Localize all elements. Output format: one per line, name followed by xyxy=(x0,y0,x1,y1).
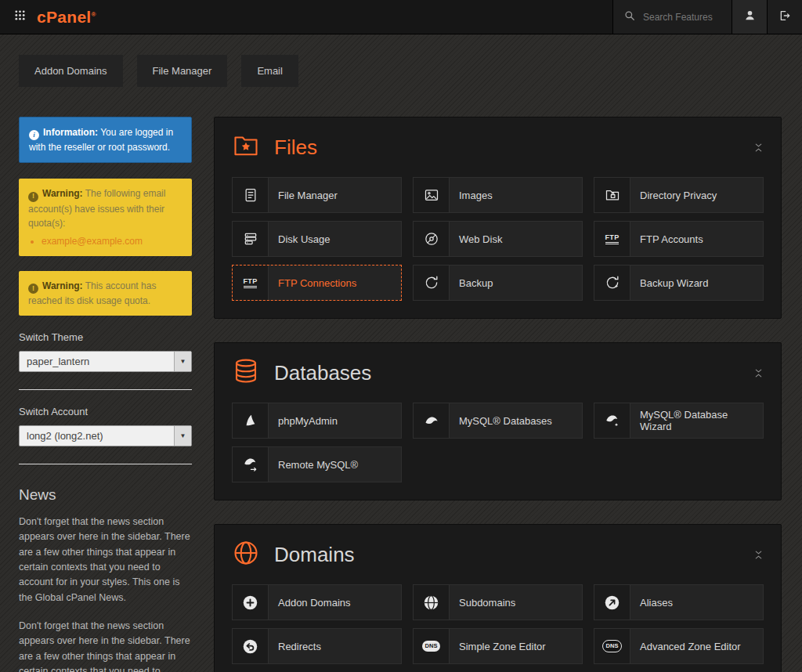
switch-account-label: Switch Account xyxy=(19,406,192,417)
collapse-icon[interactable] xyxy=(753,368,764,378)
quick-link-file-manager[interactable]: File Manager xyxy=(137,55,228,87)
section-files: Files File Manager Images xyxy=(214,117,782,319)
section-title: Databases xyxy=(274,361,371,385)
simple-zone-editor-icon: DNS xyxy=(414,629,450,663)
chevron-down-icon: ▼ xyxy=(174,352,191,371)
warning-disk-label: Warning: xyxy=(42,280,83,291)
advanced-zone-editor-icon: DNS xyxy=(594,629,630,663)
redirects-icon xyxy=(233,629,269,663)
quick-link-addon-domains[interactable]: Addon Domains xyxy=(19,55,123,87)
app-addon-domains[interactable]: Addon Domains xyxy=(232,584,402,620)
app-phpmyadmin[interactable]: phpMyAdmin xyxy=(232,403,402,439)
chevron-down-icon: ▼ xyxy=(174,426,191,446)
page-content: iInformation: You are logged in with the… xyxy=(0,87,802,672)
section-title: Files xyxy=(274,135,317,160)
info-notice-label: Information: xyxy=(43,127,98,138)
images-icon xyxy=(414,178,450,212)
file-manager-icon xyxy=(233,178,269,212)
app-remote-mysql[interactable]: Remote MySQL® xyxy=(232,446,402,482)
ftp-connections-icon: FTP xyxy=(233,266,269,300)
remote-mysql-icon xyxy=(233,447,269,482)
list-item: example@example.com xyxy=(42,234,182,248)
warning-icon: ! xyxy=(28,192,38,202)
switch-theme-label: Switch Theme xyxy=(19,331,192,343)
quick-link-email[interactable]: Email xyxy=(241,55,298,87)
app-file-manager[interactable]: File Manager xyxy=(232,177,402,213)
search-box xyxy=(612,0,732,34)
phpmyadmin-icon xyxy=(233,403,269,438)
warning-quota-label: Warning: xyxy=(42,188,83,199)
web-disk-icon xyxy=(414,222,450,256)
top-bar: cPanel® xyxy=(0,0,802,34)
top-bar-right xyxy=(612,0,802,34)
globe-icon xyxy=(232,539,260,570)
app-backup-wizard[interactable]: Backup Wizard xyxy=(594,265,764,301)
collapse-icon[interactable] xyxy=(753,550,764,560)
cpanel-logo-trademark: ® xyxy=(92,11,96,18)
addon-domains-icon xyxy=(233,585,269,620)
database-icon xyxy=(232,357,260,388)
section-files-header: Files xyxy=(215,117,781,174)
switch-theme-group: Switch Theme paper_lantern ▼ xyxy=(19,331,192,390)
section-domains-header: Domains xyxy=(215,525,781,581)
app-ftp-accounts[interactable]: FTP FTP Accounts xyxy=(594,221,764,257)
app-redirects[interactable]: Redirects xyxy=(232,628,402,664)
app-backup[interactable]: Backup xyxy=(413,265,583,301)
disk-usage-icon xyxy=(233,222,269,256)
aliases-icon xyxy=(594,585,630,620)
section-domains-grid: Addon Domains Subdomains Aliases xyxy=(215,581,781,664)
user-icon xyxy=(744,9,756,24)
backup-wizard-icon xyxy=(594,266,630,300)
logout-button[interactable] xyxy=(767,0,802,34)
top-bar-left: cPanel® xyxy=(0,0,96,34)
warning-icon: ! xyxy=(28,284,38,294)
logout-icon xyxy=(779,9,791,25)
app-mysql-databases[interactable]: MySQL® Databases xyxy=(413,403,583,439)
app-subdomains[interactable]: Subdomains xyxy=(413,584,583,620)
app-web-disk[interactable]: Web Disk xyxy=(413,221,583,257)
folder-star-icon xyxy=(232,132,260,163)
theme-select-value: paper_lantern xyxy=(20,356,89,367)
news-title: News xyxy=(19,486,192,504)
warning-disk-notice: !Warning: This account has reached its d… xyxy=(19,271,192,316)
section-databases-header: Databases xyxy=(215,343,781,399)
section-title: Domains xyxy=(274,543,355,567)
sidebar: iInformation: You are logged in with the… xyxy=(19,117,192,672)
section-files-grid: File Manager Images Directory Privacy xyxy=(215,174,781,301)
subdomains-icon xyxy=(414,585,450,620)
info-icon: i xyxy=(29,130,39,140)
warning-quota-notice: !Warning: The following email account(s)… xyxy=(19,179,192,255)
app-grid-icon[interactable] xyxy=(14,9,26,24)
collapse-icon[interactable] xyxy=(753,143,764,153)
account-select[interactable]: long2 (long2.net) ▼ xyxy=(19,425,192,446)
quota-email-link[interactable]: example@example.com xyxy=(42,236,143,247)
app-images[interactable]: Images xyxy=(413,177,583,213)
news-paragraph: Don't forget that the news section appea… xyxy=(19,619,192,672)
warning-quota-list: example@example.com xyxy=(42,234,182,248)
directory-privacy-icon xyxy=(594,178,630,212)
theme-select[interactable]: paper_lantern ▼ xyxy=(19,351,192,372)
app-disk-usage[interactable]: Disk Usage xyxy=(232,221,402,257)
section-domains: Domains Addon Domains Subdomains xyxy=(214,524,782,672)
mysql-database-wizard-icon xyxy=(594,403,630,438)
app-ftp-connections[interactable]: FTP FTP Connections xyxy=(232,265,402,301)
search-icon xyxy=(624,10,635,24)
news-paragraph: Don't forget that the news section appea… xyxy=(19,515,192,605)
cpanel-logo[interactable]: cPanel® xyxy=(37,8,96,27)
section-databases: Databases phpMyAdmin MySQL® Databases xyxy=(214,342,782,500)
app-simple-zone-editor[interactable]: DNS Simple Zone Editor xyxy=(413,628,583,664)
user-button[interactable] xyxy=(732,0,767,34)
app-advanced-zone-editor[interactable]: DNS Advanced Zone Editor xyxy=(594,628,764,664)
mysql-databases-icon xyxy=(414,403,450,438)
backup-icon xyxy=(414,266,450,300)
info-notice: iInformation: You are logged in with the… xyxy=(19,117,192,163)
main-content: Files File Manager Images xyxy=(214,117,782,672)
switch-account-group: Switch Account long2 (long2.net) ▼ xyxy=(19,406,192,464)
quick-links: Addon Domains File Manager Email xyxy=(0,34,802,87)
app-mysql-database-wizard[interactable]: MySQL® Database Wizard xyxy=(594,403,764,439)
search-input[interactable] xyxy=(641,11,726,23)
app-directory-privacy[interactable]: Directory Privacy xyxy=(594,177,764,213)
app-aliases[interactable]: Aliases xyxy=(594,584,764,620)
cpanel-logo-text: cPanel xyxy=(37,8,92,26)
account-select-value: long2 (long2.net) xyxy=(20,430,103,442)
